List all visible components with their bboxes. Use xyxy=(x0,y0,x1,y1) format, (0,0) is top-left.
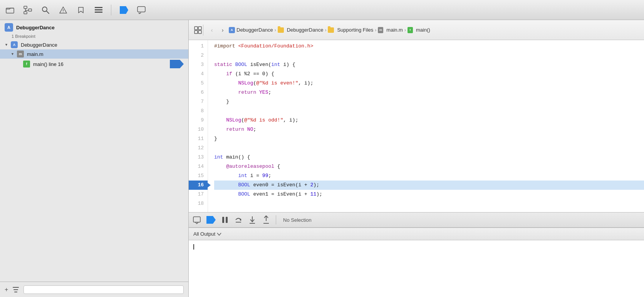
step-into-button[interactable] xyxy=(248,216,257,224)
code-content[interactable]: #import <Foundation/Foundation.h> static… xyxy=(208,40,644,212)
breadcrumb-item-folder1[interactable]: DebuggerDance xyxy=(278,27,324,33)
search-icon[interactable] xyxy=(40,5,51,15)
ln-12: 12 xyxy=(189,143,208,153)
ln-5: 5 xyxy=(189,79,208,88)
code-line-17: BOOL even1 = isEven(i + 11); xyxy=(214,190,644,199)
tree-label-project: DebuggerDance xyxy=(21,42,184,48)
svg-rect-13 xyxy=(95,12,102,13)
code-line-14: @autoreleasepool { xyxy=(214,162,644,171)
main-layout: A DebuggerDance 1 Breakpoint ▼ A Debugge… xyxy=(0,20,644,297)
breadcrumb-item-supporting[interactable]: Supporting Files xyxy=(328,27,373,33)
breadcrumb-bar: ‹ › A DebuggerDance › DebuggerDance › xyxy=(189,20,644,40)
project-icon-small: A xyxy=(11,41,18,48)
code-line-8 xyxy=(214,106,644,116)
no-selection-label: No Selection xyxy=(283,217,312,223)
ln-10: 10 xyxy=(189,125,208,134)
code-line-18 xyxy=(214,199,644,208)
sidebar-tree: ▼ A DebuggerDance ▼ m main.m ▶ f main() … xyxy=(0,40,188,282)
breadcrumb-label-folder1: DebuggerDance xyxy=(287,27,324,33)
run-debug-icon[interactable] xyxy=(118,5,129,15)
ln-8: 8 xyxy=(189,106,208,116)
step-over-button[interactable] xyxy=(234,216,243,224)
bc-sep-2: › xyxy=(325,27,326,33)
tree-item-mainm[interactable]: ▼ m main.m xyxy=(0,49,188,59)
svg-rect-22 xyxy=(193,217,200,222)
tree-arrow-project: ▼ xyxy=(5,43,9,47)
code-line-7: } xyxy=(214,97,644,106)
breadcrumb-label-mainm: main.m xyxy=(386,27,403,33)
code-line-10: return NO; xyxy=(214,125,644,134)
bc-sep-4: › xyxy=(404,27,406,33)
svg-rect-18 xyxy=(195,27,198,30)
ln-14: 14 xyxy=(189,162,208,171)
code-editor[interactable]: 1 2 3 4 5 6 7 8 9 10 11 12 13 14 15 16 1… xyxy=(189,40,644,212)
all-output-label: All Output xyxy=(193,231,215,237)
back-button[interactable]: ‹ xyxy=(207,25,216,35)
step-out-button[interactable] xyxy=(262,216,270,224)
bc-sep-3: › xyxy=(375,27,376,33)
ln-17: 17 xyxy=(189,190,208,199)
editor-mode-button[interactable] xyxy=(193,25,203,35)
svg-rect-3 xyxy=(29,9,32,11)
line-numbers: 1 2 3 4 5 6 7 8 9 10 11 12 13 14 15 16 1… xyxy=(189,40,208,212)
console-content[interactable] xyxy=(189,240,644,297)
stack-frame-button[interactable] xyxy=(193,216,201,224)
tree-label-mainm: main.m xyxy=(27,51,184,57)
tree-item-mainfn[interactable]: ▶ f main() line 16 xyxy=(0,59,188,69)
forward-button[interactable]: › xyxy=(218,25,227,35)
project-subtitle: 1 Breakpoint xyxy=(12,34,188,40)
all-output-chevron xyxy=(217,233,221,236)
breadcrumb-item-app[interactable]: A DebuggerDance xyxy=(229,27,273,33)
project-name: DebuggerDance xyxy=(16,25,55,30)
sidebar: A DebuggerDance 1 Breakpoint ▼ A Debugge… xyxy=(0,20,189,297)
code-line-6: return YES; xyxy=(214,88,644,97)
all-output-button[interactable]: All Output xyxy=(193,231,221,237)
breadcrumb-item-mainm[interactable]: m main.m xyxy=(378,27,403,33)
breadcrumb-item-mainfn[interactable]: f main() xyxy=(408,27,430,33)
ln-11: 11 xyxy=(189,134,208,143)
breadcrumb-label-mainfn: main() xyxy=(416,27,430,33)
editor-area: ‹ › A DebuggerDance › DebuggerDance › xyxy=(189,20,644,297)
code-line-15: int i = 99; xyxy=(214,171,644,181)
code-line-12 xyxy=(214,143,644,153)
code-line-11: } xyxy=(214,134,644,143)
breadcrumb-folder2-icon xyxy=(328,27,334,33)
ln-1: 1 xyxy=(189,42,208,51)
ln-18: 18 xyxy=(189,199,208,208)
svg-rect-16 xyxy=(13,289,18,290)
svg-rect-12 xyxy=(95,9,102,10)
filter-input[interactable] xyxy=(23,285,184,294)
continue-arrow xyxy=(206,216,216,224)
ln-2: 2 xyxy=(189,51,208,60)
project-header: A DebuggerDance xyxy=(0,20,188,35)
breadcrumb-items: A DebuggerDance › DebuggerDance › Suppor… xyxy=(229,27,430,33)
svg-line-8 xyxy=(47,11,49,14)
file-icon-m: m xyxy=(17,51,24,57)
add-button[interactable]: + xyxy=(5,286,8,293)
folder-icon[interactable] xyxy=(5,5,15,15)
warning-icon[interactable] xyxy=(58,5,69,15)
hierarchy-icon[interactable] xyxy=(22,5,33,15)
code-line-3: static BOOL isEven(int i) { xyxy=(214,60,644,69)
tree-item-project[interactable]: ▼ A DebuggerDance xyxy=(0,40,188,49)
continue-button[interactable] xyxy=(206,216,216,224)
svg-point-10 xyxy=(63,12,64,12)
breadcrumb-folder1-icon xyxy=(278,27,284,33)
sidebar-bottom: + xyxy=(0,282,188,297)
list-icon[interactable] xyxy=(93,5,104,15)
code-line-2 xyxy=(214,51,644,60)
chat-icon[interactable] xyxy=(136,5,147,15)
ln-3: 3 xyxy=(189,60,208,69)
tree-label-mainfn: main() line 16 xyxy=(33,61,168,67)
filter-toggle-button[interactable] xyxy=(13,287,19,292)
breadcrumb-app-icon: A xyxy=(229,27,235,33)
code-line-13: int main() { xyxy=(214,153,644,162)
svg-point-7 xyxy=(42,7,47,12)
ln-4: 4 xyxy=(189,69,208,79)
svg-rect-17 xyxy=(14,292,17,292)
pause-button[interactable] xyxy=(221,216,229,224)
toolbar-divider-1 xyxy=(111,5,111,15)
code-line-16: BOOL even0 = isEven(i + 2); xyxy=(214,181,644,190)
bookmark-icon[interactable] xyxy=(75,5,86,15)
svg-rect-11 xyxy=(95,7,102,8)
